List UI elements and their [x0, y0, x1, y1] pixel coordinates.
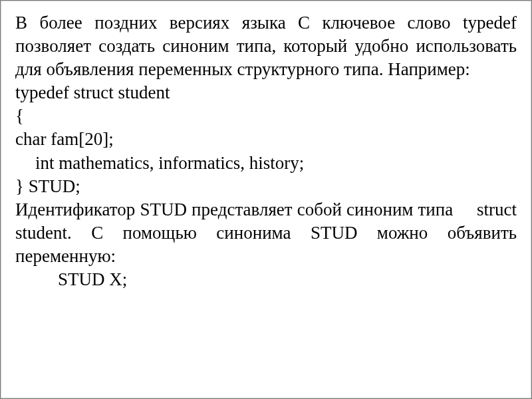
code-line-5: } STUD; — [15, 175, 517, 198]
code-line-1: typedef struct student — [15, 81, 517, 104]
paragraph-explain: Идентификатор STUD представляет собой си… — [15, 198, 517, 268]
paragraph-explain-a: Идентификатор STUD представляет собой си… — [15, 200, 453, 219]
slide-frame: В более поздних версиях языка С ключевое… — [0, 0, 532, 399]
code-line-2: { — [15, 104, 517, 128]
code-decl: STUD X; — [15, 268, 517, 291]
paragraph-intro: В более поздних версиях языка С ключевое… — [15, 11, 517, 81]
slide-content: В более поздних версиях языка С ключевое… — [15, 11, 517, 291]
code-line-4: int mathematics, informatics, history; — [15, 152, 517, 175]
code-line-3: char fam[20]; — [15, 128, 517, 151]
